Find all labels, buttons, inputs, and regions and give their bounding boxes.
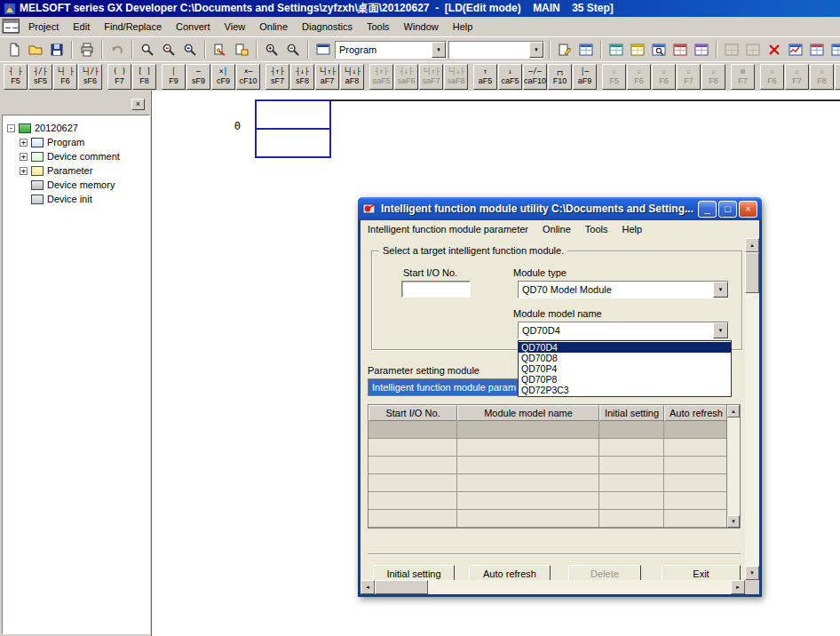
maximize-button[interactable]: □ [718, 201, 737, 218]
device-use-list-button[interactable] [232, 40, 251, 60]
zoom-in-button[interactable] [262, 40, 281, 60]
ladder-button-cF10[interactable]: ×─cF10 [236, 64, 260, 90]
ladder-button-aF7[interactable]: └┤↑├aF7 [315, 64, 339, 90]
dialog-menu-intelligent-function-module-parameter[interactable]: Intelligent function module parameter [368, 224, 528, 235]
table-scrollbar[interactable]: ▲ ▼ [726, 405, 740, 528]
dialog-menu-tools[interactable]: Tools [585, 224, 608, 235]
ladder-cursor[interactable] [255, 99, 331, 158]
comment-window-button[interactable] [628, 40, 647, 60]
dialog-vertical-scrollbar[interactable]: ▲ ▼ [745, 238, 759, 580]
ladder-button-cF9[interactable]: ×│cF9 [211, 64, 235, 90]
expand-icon[interactable]: + [20, 139, 28, 147]
minimize-button[interactable]: _ [698, 201, 717, 218]
model-option-qd72p3c3[interactable]: QD72P3C3 [519, 385, 731, 395]
parameter-setting-module-select[interactable]: Intelligent function module param [368, 378, 519, 396]
device-test-window-button[interactable] [670, 40, 690, 60]
chevron-down-icon[interactable]: ▼ [432, 42, 446, 58]
chevron-down-icon[interactable]: ▼ [529, 42, 543, 58]
clipped-window-button[interactable] [828, 40, 840, 60]
ladder-button-sF6[interactable]: └┤/├sF6 [78, 64, 102, 90]
ladder-button-sF7[interactable]: ┤↑├sF7 [265, 64, 289, 90]
ladder-button-aF8[interactable]: └┤↓├aF8 [340, 64, 364, 90]
dialog-menu-help[interactable]: Help [622, 224, 642, 235]
new-project-button[interactable] [4, 40, 24, 60]
scroll-up-icon[interactable]: ▲ [745, 238, 759, 252]
title-bar[interactable]: MELSOFT series GX Developer C:\Documents… [0, 0, 840, 17]
ladder-button-F6[interactable]: └┤ ├F6 [53, 64, 77, 90]
ladder-button-sF8[interactable]: ┤↓├sF8 [290, 64, 314, 90]
table-row[interactable] [368, 439, 740, 457]
ladder-button-aF9[interactable]: │─aF9 [573, 64, 597, 90]
collapse-icon[interactable]: - [7, 124, 15, 132]
menu-tools[interactable]: Tools [360, 19, 397, 35]
print-button[interactable] [77, 40, 97, 60]
monitor-window-button[interactable] [606, 40, 626, 60]
ladder-button-sF5[interactable]: ┤/├sF5 [28, 64, 52, 90]
menu-find-replace[interactable]: Find/Replace [97, 19, 169, 35]
find-window-button[interactable] [649, 40, 669, 60]
menu-view[interactable]: View [218, 19, 253, 35]
table-row[interactable] [368, 421, 740, 439]
dialog-menu-online[interactable]: Online [543, 224, 571, 235]
dialog-title-bar[interactable]: Intelligent function module utility C:\D… [358, 197, 762, 220]
find-button[interactable] [138, 40, 157, 60]
project-data-list-button[interactable] [313, 40, 333, 60]
model-option-qd70d8[interactable]: QD70D8 [519, 353, 731, 363]
program-select[interactable]: Program▼ [335, 41, 447, 59]
open-project-button[interactable] [26, 40, 45, 60]
scroll-left-icon[interactable]: ◄ [361, 580, 375, 594]
menu-project[interactable]: Project [21, 19, 66, 35]
tree-item-program[interactable]: +Program [20, 135, 149, 149]
sampling-window-button[interactable] [807, 40, 827, 60]
scrollbar-thumb[interactable] [745, 252, 759, 293]
menu-diagnostics[interactable]: Diagnostics [295, 19, 360, 35]
tree-item-parameter[interactable]: +Parameter [20, 163, 149, 178]
ladder-button-F9[interactable]: │F9 [162, 64, 186, 90]
ladder-button-F7[interactable]: ( )F7 [107, 64, 131, 90]
find-contact-button[interactable] [159, 40, 178, 60]
ladder-button-F5[interactable]: ┤ ├F5 [4, 64, 28, 90]
expand-icon[interactable]: + [20, 153, 28, 161]
ladder-button-F10[interactable]: ┌┐F10 [548, 64, 572, 90]
table-row[interactable] [368, 492, 740, 510]
cross-reference-button[interactable] [210, 40, 230, 60]
chevron-down-icon[interactable]: ▼ [713, 322, 728, 338]
scroll-right-icon[interactable]: ► [731, 580, 745, 594]
zoom-out-button[interactable] [283, 40, 303, 60]
delete-button[interactable] [765, 40, 784, 60]
model-option-qd70d4[interactable]: QD70D4 [519, 342, 731, 353]
trace-window-button[interactable] [786, 40, 805, 60]
ladder-button-caF5[interactable]: ↓caF5 [498, 64, 522, 90]
menu-convert[interactable]: Convert [169, 19, 218, 35]
scroll-down-icon[interactable]: ▼ [745, 566, 759, 580]
ladder-window-button[interactable] [576, 40, 596, 60]
tree-item-device-memory[interactable]: Device memory [20, 178, 149, 192]
table-row[interactable] [368, 510, 740, 528]
menu-help[interactable]: Help [446, 19, 480, 35]
menu-online[interactable]: Online [252, 19, 295, 35]
secondary-select[interactable]: ▼ [448, 41, 544, 59]
table-row[interactable] [368, 457, 740, 474]
close-button[interactable]: × [739, 201, 757, 218]
save-project-button[interactable] [47, 40, 67, 60]
ladder-button-caF10[interactable]: ─/─caF10 [523, 64, 547, 90]
model-option-qd70p8[interactable]: QD70P8 [519, 374, 731, 385]
edit-document-button[interactable] [555, 40, 575, 60]
table-row[interactable] [368, 474, 740, 492]
parameter-window-button[interactable] [692, 40, 711, 60]
menu-window[interactable]: Window [397, 19, 446, 35]
chevron-down-icon[interactable]: ▼ [713, 282, 728, 298]
ladder-button-F8[interactable]: [ ]F8 [132, 64, 156, 90]
close-panel-button[interactable]: × [131, 99, 145, 110]
start-io-input[interactable] [401, 281, 471, 298]
module-model-select[interactable]: QD70D4▼ [518, 322, 729, 339]
scroll-up-icon[interactable]: ▲ [727, 405, 740, 417]
tree-item-device-comment[interactable]: +Device comment [20, 149, 149, 163]
scroll-down-icon[interactable]: ▼ [727, 515, 740, 528]
module-type-select[interactable]: QD70 Model Module▼ [518, 281, 729, 298]
model-option-qd70p4[interactable]: QD70P4 [519, 363, 731, 374]
expand-icon[interactable]: + [20, 167, 28, 175]
tree-item-root[interactable]: - 20120627 [7, 121, 149, 135]
dialog-horizontal-scrollbar[interactable]: ◄ ► [361, 580, 745, 594]
find-device-button[interactable] [180, 40, 200, 60]
